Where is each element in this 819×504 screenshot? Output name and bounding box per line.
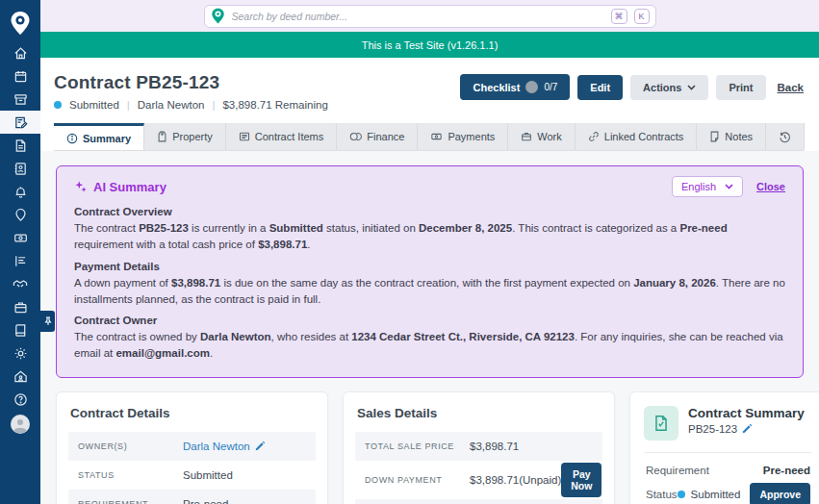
sidebar-item-help[interactable]	[0, 388, 40, 411]
sidebar-item-home[interactable]	[0, 41, 40, 64]
back-link[interactable]: Back	[778, 82, 805, 93]
avatar	[11, 415, 30, 434]
owner-link[interactable]: Darla Newton	[183, 441, 266, 452]
history-icon	[779, 131, 791, 143]
table-row: OWNER(S) Darla Newton	[68, 432, 316, 461]
calendar-icon	[13, 69, 28, 84]
archive-icon	[13, 92, 28, 107]
separator: |	[212, 99, 215, 111]
sidebar-item-notifications[interactable]	[0, 180, 40, 203]
tab-history[interactable]	[766, 123, 805, 150]
sidebar	[0, 0, 40, 504]
table-row: TOTAL SALE PRICE $3,898.71	[355, 432, 602, 461]
table-row: REQUIREMENT Pre-need	[68, 490, 316, 504]
note-icon	[709, 131, 720, 142]
sidebar-item-calendar[interactable]	[0, 64, 40, 88]
sidebar-item-contracts[interactable]	[0, 111, 40, 134]
row-value: Pre-need	[183, 498, 228, 504]
contract-doc-icon	[644, 406, 678, 441]
app-logo[interactable]	[0, 7, 40, 39]
table-row: ADDITIONAL CHARGES $0.00	[355, 499, 602, 504]
tab-summary[interactable]: Summary	[54, 123, 144, 150]
sidebar-item-reports[interactable]	[0, 249, 40, 272]
sidebar-pin-toggle[interactable]	[40, 311, 55, 332]
row-label: DOWN PAYMENT	[365, 475, 470, 485]
sidebar-item-settings[interactable]	[0, 341, 40, 365]
language-select[interactable]: English	[672, 176, 743, 197]
checklist-label: Checklist	[473, 82, 520, 93]
tab-work[interactable]: Work	[508, 123, 575, 150]
print-button[interactable]: Print	[716, 75, 765, 100]
global-search[interactable]: ⌘ K	[204, 5, 656, 28]
tab-label: Payments	[448, 131, 495, 142]
header-actions: Checklist 0/7 Edit Actions Print Back	[460, 74, 804, 100]
ai-section-heading: Contract Owner	[74, 315, 785, 326]
user-avatar[interactable]	[0, 413, 40, 436]
status-text: Submitted	[69, 99, 119, 111]
tab-label: Property	[172, 131, 213, 142]
sidebar-item-finance[interactable]	[0, 226, 40, 249]
tab-linked-contracts[interactable]: Linked Contracts	[576, 123, 698, 150]
edit-button[interactable]: Edit	[577, 75, 623, 100]
status-value: Submitted	[691, 489, 741, 500]
sparkle-icon	[74, 180, 88, 193]
document-icon	[13, 139, 28, 153]
sidebar-item-maps[interactable]	[0, 203, 40, 226]
pin-icon	[44, 316, 52, 326]
contract-details-card: Contract Details OWNER(S) Darla Newton S…	[56, 391, 328, 504]
logo-pin-icon	[10, 11, 31, 36]
sidebar-item-facility[interactable]	[0, 365, 40, 388]
summary-status-group: Requirement Pre-need Status Submitted Ap…	[644, 453, 812, 504]
home-icon	[13, 46, 28, 61]
tab-payments[interactable]: Payments	[418, 123, 508, 150]
sidebar-item-contacts[interactable]	[0, 157, 40, 180]
search-input[interactable]	[232, 11, 604, 22]
row-value: Darla Newton	[183, 441, 250, 452]
tab-label: Notes	[725, 131, 753, 142]
language-value: English	[681, 181, 716, 192]
card-title: Contract Summary	[688, 406, 805, 420]
checklist-button[interactable]: Checklist 0/7	[460, 74, 570, 100]
info-icon	[66, 133, 78, 144]
row-label: STATUS	[78, 470, 183, 480]
sidebar-item-work[interactable]	[0, 295, 40, 318]
sidebar-item-documents[interactable]	[0, 134, 40, 157]
ai-section-paragraph: The contract is owned by Darla Newton, w…	[74, 329, 785, 363]
sales-details-card: Sales Details TOTAL SALE PRICE $3,898.71…	[343, 391, 615, 504]
cmd-keycap: ⌘	[611, 9, 627, 24]
test-site-banner: This is a Test Site (v1.26.1.1)	[40, 32, 819, 58]
tab-finance[interactable]: Finance	[337, 123, 418, 150]
briefcase-icon	[521, 131, 532, 142]
status-badge: Submitted	[678, 489, 741, 500]
tab-property[interactable]: Property	[144, 123, 226, 150]
tab-label: Contract Items	[255, 131, 324, 142]
content-area: AI Summary English Close Contract Overvi…	[40, 151, 819, 504]
pay-now-button[interactable]: Pay Now	[561, 463, 601, 497]
ai-summary-title-row: AI Summary	[74, 180, 166, 194]
approve-button[interactable]: Approve	[750, 483, 810, 504]
coins-icon	[349, 131, 362, 142]
sidebar-item-partners[interactable]	[0, 272, 40, 295]
ai-summary-panel: AI Summary English Close Contract Overvi…	[56, 165, 804, 378]
bell-icon	[13, 185, 28, 199]
tab-label: Linked Contracts	[604, 131, 684, 142]
sidebar-item-ledger[interactable]	[0, 318, 40, 341]
pencil-icon[interactable]	[742, 423, 753, 434]
status-label: Status	[646, 489, 678, 500]
contacts-icon	[13, 162, 28, 176]
status-dot	[678, 491, 685, 498]
banner-text: This is a Test Site (v1.26.1.1)	[362, 39, 499, 51]
gear-icon	[13, 346, 28, 361]
actions-button[interactable]: Actions	[630, 75, 708, 100]
tab-label: Finance	[367, 131, 404, 142]
checklist-count: 0/7	[544, 82, 557, 92]
contract-summary-card: Contract Summary PB25-123 Requirement Pr…	[629, 391, 819, 504]
handshake-icon	[13, 277, 28, 291]
tab-contract-items[interactable]: Contract Items	[226, 123, 338, 150]
tab-notes[interactable]: Notes	[697, 123, 766, 150]
link-icon	[588, 131, 600, 142]
contract-edit-icon	[13, 115, 28, 130]
ai-summary-close-link[interactable]: Close	[756, 181, 785, 192]
sidebar-item-archive[interactable]	[0, 88, 40, 111]
list-icon	[13, 254, 28, 268]
